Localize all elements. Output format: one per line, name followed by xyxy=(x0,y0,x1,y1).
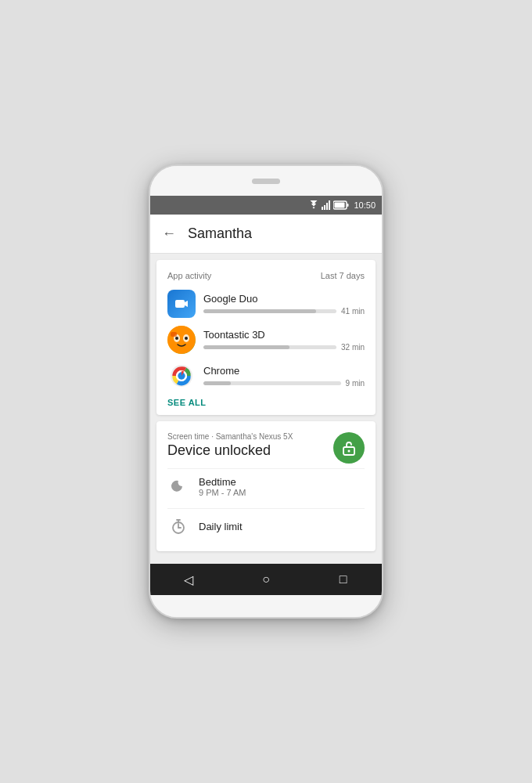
app-row-duo: Google Duo 41 min xyxy=(167,290,365,318)
svg-rect-3 xyxy=(329,200,330,210)
duo-duration: 41 min xyxy=(341,307,365,316)
phone-screen: 10:50 ← Samantha App activity Last 7 day… xyxy=(150,196,382,595)
signal-icon xyxy=(322,200,331,210)
bedtime-text: Bedtime 9 PM - 7 AM xyxy=(199,476,246,497)
svg-rect-0 xyxy=(322,207,323,210)
battery-icon xyxy=(333,200,349,210)
nav-recent-button[interactable]: □ xyxy=(329,565,358,594)
svg-rect-7 xyxy=(175,300,185,308)
status-time: 10:50 xyxy=(354,200,376,210)
daily-limit-row[interactable]: Daily limit xyxy=(167,508,365,543)
app-activity-card: App activity Last 7 days Google Duo xyxy=(156,260,376,415)
app-bar: ← Samantha xyxy=(150,215,382,254)
see-all-button[interactable]: SEE ALL xyxy=(167,398,365,407)
status-bar: 10:50 xyxy=(150,196,382,215)
svg-point-13 xyxy=(185,337,188,340)
timer-icon xyxy=(167,515,189,537)
card-header: App activity Last 7 days xyxy=(167,271,365,280)
chrome-app-icon xyxy=(167,362,196,390)
svg-point-20 xyxy=(348,450,350,453)
screen-time-card: Screen time · Samantha's Nexus 5X Device… xyxy=(156,421,376,551)
phone-bottom-bezel xyxy=(150,595,382,617)
bottom-nav: ◁ ○ □ xyxy=(150,564,382,595)
toontastic-app-info: Toontastic 3D 32 min xyxy=(203,329,365,352)
toontastic-progress-fill xyxy=(203,345,289,349)
daily-limit-title: Daily limit xyxy=(199,521,243,532)
moon-icon-svg xyxy=(171,478,186,494)
toontastic-bar-row: 32 min xyxy=(203,343,365,352)
app-row-toontastic: Toontastic 3D 32 min xyxy=(167,326,365,354)
timer-icon-svg xyxy=(171,518,186,534)
wifi-icon xyxy=(308,200,319,210)
svg-marker-8 xyxy=(185,301,188,307)
screen-time-label: Screen time · Samantha's Nexus 5X xyxy=(167,432,293,441)
toontastic-app-icon xyxy=(167,326,196,354)
screen-time-info: Screen time · Samantha's Nexus 5X Device… xyxy=(167,432,293,459)
screen-time-header: Screen time · Samantha's Nexus 5X Device… xyxy=(167,432,365,464)
bedtime-row[interactable]: Bedtime 9 PM - 7 AM xyxy=(167,468,365,503)
chrome-progress-bg xyxy=(203,381,341,385)
toontastic-app-name: Toontastic 3D xyxy=(203,329,365,341)
svg-point-9 xyxy=(167,326,196,354)
svg-rect-6 xyxy=(335,203,345,208)
chrome-progress-fill xyxy=(203,381,231,385)
unlock-icon-button[interactable] xyxy=(333,432,365,464)
chrome-app-info: Chrome 9 min xyxy=(203,365,365,388)
moon-icon xyxy=(167,475,189,497)
device-status: Device unlocked xyxy=(167,442,293,459)
toontastic-progress-bg xyxy=(203,345,336,349)
bedtime-subtitle: 9 PM - 7 AM xyxy=(199,488,246,497)
screen-content: App activity Last 7 days Google Duo xyxy=(150,254,382,564)
toontastic-icon-svg xyxy=(167,326,196,354)
svg-rect-1 xyxy=(324,205,325,210)
duo-icon-svg xyxy=(173,295,190,312)
svg-rect-2 xyxy=(326,203,328,210)
duo-progress-bg xyxy=(203,309,336,313)
daily-limit-text: Daily limit xyxy=(199,521,243,532)
bedtime-title: Bedtime xyxy=(199,476,246,488)
page-title: Samantha xyxy=(188,226,252,242)
nav-back-button[interactable]: ◁ xyxy=(174,565,203,594)
lock-open-icon xyxy=(340,439,358,456)
toontastic-duration: 32 min xyxy=(341,343,365,352)
status-icons xyxy=(308,200,349,210)
duo-progress-fill xyxy=(203,309,316,313)
chrome-bar-row: 9 min xyxy=(203,379,365,388)
svg-rect-5 xyxy=(347,204,349,207)
phone-speaker xyxy=(252,179,280,184)
svg-point-12 xyxy=(175,337,178,340)
phone-top-bezel xyxy=(150,166,382,196)
app-activity-period: Last 7 days xyxy=(321,271,365,280)
back-button[interactable]: ← xyxy=(160,225,178,244)
app-activity-label: App activity xyxy=(167,271,211,280)
nav-home-button[interactable]: ○ xyxy=(252,565,280,594)
chrome-icon-svg xyxy=(171,365,192,387)
chrome-duration: 9 min xyxy=(346,379,365,388)
svg-rect-14 xyxy=(171,332,177,337)
app-row-chrome: Chrome 9 min xyxy=(167,362,365,390)
chrome-app-name: Chrome xyxy=(203,365,365,377)
duo-app-name: Google Duo xyxy=(203,293,365,305)
duo-app-icon xyxy=(167,290,196,318)
duo-bar-row: 41 min xyxy=(203,307,365,316)
phone-device: 10:50 ← Samantha App activity Last 7 day… xyxy=(149,164,383,619)
duo-app-info: Google Duo 41 min xyxy=(203,293,365,316)
